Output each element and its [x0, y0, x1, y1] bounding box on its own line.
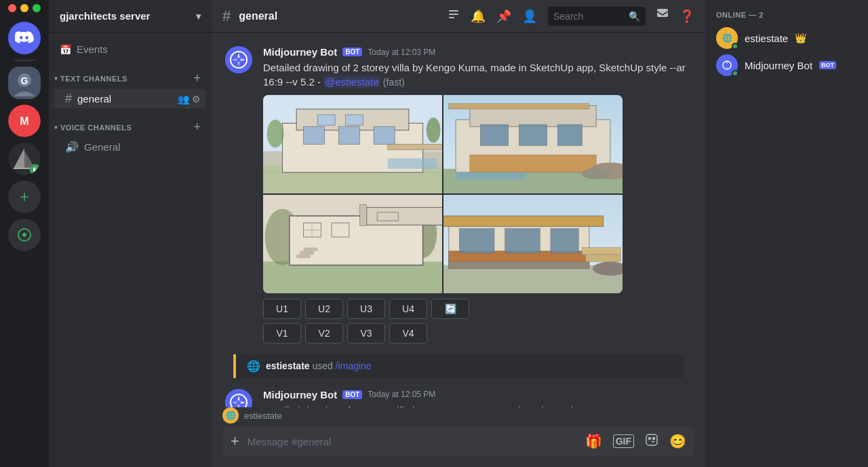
svg-rect-27 [304, 126, 325, 144]
svg-marker-9 [33, 167, 35, 172]
events-item[interactable]: 📅 Events [49, 38, 212, 60]
notification-action: used [312, 360, 335, 371]
svg-rect-43 [519, 124, 547, 145]
svg-rect-30 [317, 115, 335, 126]
channel-header: # general 🔔 📌 👤 🔍 [212, 0, 705, 33]
server-avatar-1[interactable]: M [8, 105, 41, 137]
u4-button[interactable]: U4 [389, 299, 427, 319]
close-button[interactable] [8, 4, 16, 12]
search-icon: 🔍 [629, 11, 640, 22]
member-item-estiestate[interactable]: 🌐 estiestate 👑 [711, 24, 863, 52]
message-header-2: Midjourney Bot BOT Today at 12:05 PM [263, 389, 694, 400]
pinned-icon[interactable]: 📌 [496, 9, 511, 24]
sticker-icon[interactable] [645, 433, 658, 450]
user-avatar-bottom: 🌐 [222, 407, 239, 424]
bot-avatar-1 [225, 46, 252, 73]
svg-rect-48 [456, 172, 526, 179]
minimize-button[interactable] [20, 4, 28, 12]
channel-list: 📅 Events ▾ TEXT CHANNELS + # general 👥 ⚙… [49, 33, 212, 467]
action-row-v: V1 V2 V3 V4 [263, 323, 694, 343]
notifications-icon[interactable]: 🔔 [471, 9, 486, 24]
svg-point-85 [720, 58, 734, 72]
svg-rect-70 [459, 228, 494, 253]
message-input-container: + 🎁 GIF 😊 [222, 426, 694, 456]
svg-rect-73 [583, 247, 621, 254]
action-buttons: U1 U2 U3 U4 🔄 V1 V2 V3 V4 [263, 299, 694, 343]
gift-icon[interactable]: 🎁 [585, 433, 602, 449]
help-icon[interactable]: ❓ [679, 9, 694, 24]
u2-button[interactable]: U2 [305, 299, 343, 319]
svg-rect-45 [470, 155, 596, 172]
image-cell-3 [263, 195, 442, 293]
svg-rect-31 [346, 115, 363, 126]
refresh-button[interactable]: 🔄 [431, 299, 469, 319]
mention-1: @estiestate [323, 76, 380, 88]
svg-rect-68 [449, 261, 589, 268]
channel-sidebar: gjarchitects server ▾ 📅 Events ▾ TEXT CH… [49, 0, 212, 467]
svg-point-84 [653, 437, 655, 439]
svg-rect-42 [480, 124, 508, 145]
members-icon[interactable]: 👥 [178, 94, 189, 105]
main-area: # general 🔔 📌 👤 🔍 [212, 0, 705, 467]
add-text-channel-button[interactable]: + [193, 71, 201, 86]
online-dot [732, 43, 738, 50]
svg-point-33 [267, 119, 284, 147]
u1-button[interactable]: U1 [263, 299, 301, 319]
u3-button[interactable]: U3 [347, 299, 385, 319]
message-input[interactable] [248, 428, 577, 455]
search-input[interactable] [553, 11, 626, 22]
midjourney-image-grid [263, 95, 623, 293]
v2-button[interactable]: V2 [305, 323, 343, 343]
header-icons: 🔔 📌 👤 🔍 ❓ [448, 7, 694, 26]
notification-bar-wrapper: 🌐 estiestate used /imagine [212, 346, 705, 386]
explore-servers-button[interactable] [8, 219, 41, 251]
input-right-icons: 🎁 GIF 😊 [585, 433, 686, 450]
server-name-bar[interactable]: gjarchitects server ▾ [49, 0, 212, 33]
settings-icon[interactable]: ⚙ [192, 94, 201, 105]
user-label-bottom: estiestate [244, 411, 282, 421]
notification-command: /imagine [336, 360, 372, 371]
events-label: Events [77, 43, 108, 55]
maximize-button[interactable] [33, 4, 41, 12]
emoji-icon[interactable]: 😊 [669, 433, 686, 449]
svg-rect-12 [449, 10, 458, 12]
member-item-midjourneybot[interactable]: Midjourney Bot BOT [711, 52, 863, 79]
notification-user: estiestate [266, 360, 310, 371]
svg-rect-58 [304, 247, 318, 250]
add-server-button[interactable]: + [8, 181, 41, 213]
hash-icon: # [65, 92, 72, 106]
message-text-1: Detailed drawing of 2 storey villa by Ke… [263, 60, 694, 90]
svg-text:M: M [20, 115, 28, 127]
text-channels-category[interactable]: ▾ TEXT CHANNELS + [49, 60, 212, 88]
svg-rect-54 [367, 207, 442, 225]
add-voice-channel-button[interactable]: + [193, 120, 201, 134]
v4-button[interactable]: V4 [389, 323, 427, 343]
message-content-1: Midjourney Bot BOT Today at 12:03 PM Det… [263, 46, 694, 343]
svg-rect-32 [388, 144, 442, 149]
threads-icon[interactable] [448, 8, 460, 24]
member-name-midjourneybot: Midjourney Bot [745, 60, 812, 71]
notification-text: estiestate used /imagine [266, 360, 372, 371]
channel-general[interactable]: # general 👥 ⚙ [54, 89, 206, 109]
v3-button[interactable]: V3 [347, 323, 385, 343]
channel-general-label: general [77, 93, 172, 105]
svg-point-83 [649, 437, 651, 439]
server-avatar-2[interactable] [8, 143, 41, 175]
svg-rect-74 [586, 255, 621, 261]
inbox-icon[interactable] [656, 8, 669, 24]
add-attachment-button[interactable]: + [231, 432, 239, 450]
discord-icon[interactable] [8, 22, 41, 54]
image-cell-1 [263, 95, 442, 193]
voice-channels-category[interactable]: ▾ VOICE CHANNELS + [49, 109, 212, 137]
server-gjarchitects[interactable]: G [8, 67, 41, 99]
v1-button[interactable]: V1 [263, 323, 301, 343]
search-bar[interactable]: 🔍 [548, 7, 646, 26]
svg-text:G: G [21, 75, 28, 86]
message-group-1: Midjourney Bot BOT Today at 12:03 PM Det… [212, 43, 705, 346]
gif-icon[interactable]: GIF [613, 434, 634, 448]
chevron-down-icon: ▾ [196, 11, 201, 22]
voice-general-channel[interactable]: 🔊 General [54, 138, 206, 156]
message-group-2: Midjourney Bot BOT Today at 12:05 PM Det… [212, 386, 705, 407]
members-panel-icon[interactable]: 👤 [522, 9, 537, 24]
member-avatar-estiestate: 🌐 [716, 27, 738, 49]
